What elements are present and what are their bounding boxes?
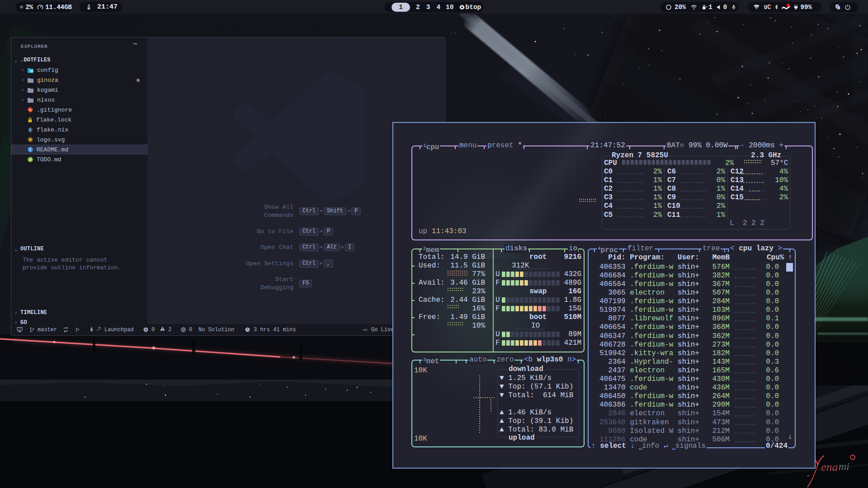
svg-text:×: × (706, 5, 708, 8)
